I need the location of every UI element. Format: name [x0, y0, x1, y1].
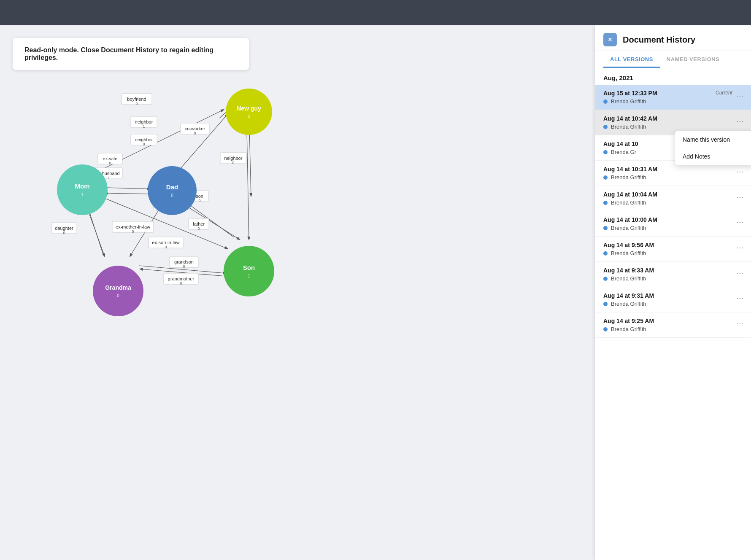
version-time: Aug 14 at 10:04 AM: [603, 191, 743, 198]
version-item[interactable]: Aug 14 at 9:25 AM Brenda Griffith ···: [595, 312, 751, 338]
svg-text:0: 0: [106, 176, 108, 180]
version-user: Brenda Griffith: [603, 275, 743, 282]
top-bar: [0, 0, 751, 25]
svg-text:0: 0: [63, 231, 65, 235]
more-button-8[interactable]: ···: [734, 292, 746, 304]
more-button-7[interactable]: ···: [734, 267, 746, 279]
more-button-1[interactable]: ···: [734, 115, 746, 127]
svg-text:0: 0: [117, 293, 119, 298]
context-menu-add-notes[interactable]: Add Notes: [675, 148, 751, 165]
version-item[interactable]: Aug 15 at 12:33 PM Brenda Griffith Curre…: [595, 85, 751, 110]
version-time: Aug 14 at 9:56 AM: [603, 242, 743, 248]
svg-text:0: 0: [232, 161, 234, 165]
version-item[interactable]: Aug 14 at 9:31 AM Brenda Griffith ···: [595, 287, 751, 312]
month-header: Aug, 2021: [595, 68, 751, 85]
svg-point-66: [148, 166, 197, 215]
user-dot: [603, 327, 608, 331]
user-dot: [603, 277, 608, 281]
version-item[interactable]: Aug 14 at 10:04 AM Brenda Griffith ···: [595, 186, 751, 211]
version-user: Brenda Griffith: [603, 98, 743, 105]
svg-text:0: 0: [109, 161, 111, 165]
tab-all-versions[interactable]: ALL VERSIONS: [603, 51, 660, 68]
history-panel: × Document History ALL VERSIONS NAMED VE…: [595, 25, 751, 560]
close-button[interactable]: ×: [603, 33, 617, 46]
version-item[interactable]: Aug 14 at 10:00 AM Brenda Griffith ···: [595, 211, 751, 237]
readonly-text: Read-only mode. Close Document History t…: [24, 46, 237, 62]
svg-point-60: [226, 89, 272, 135]
svg-text:Dad: Dad: [166, 183, 178, 191]
version-user: Brenda Griffith: [603, 199, 743, 206]
panel-title: Document History: [623, 35, 695, 45]
svg-text:neighbor: neighbor: [135, 119, 153, 124]
user-name: Brenda Griffith: [611, 174, 646, 180]
user-dot: [603, 251, 608, 256]
version-time: Aug 14 at 9:31 AM: [603, 292, 743, 299]
svg-text:1: 1: [81, 192, 84, 197]
more-button-4[interactable]: ···: [734, 191, 746, 203]
svg-text:boyfriend: boyfriend: [127, 97, 146, 102]
svg-text:1: 1: [143, 124, 145, 129]
user-dot: [603, 226, 608, 230]
user-name: Brenda Griffith: [611, 199, 646, 206]
version-user: Brenda Griffith: [603, 225, 743, 231]
version-user: Brenda Griffith: [603, 301, 743, 307]
svg-text:son: son: [196, 194, 203, 199]
versions-list: Aug, 2021 Aug 15 at 12:33 PM Brenda Grif…: [595, 68, 751, 560]
svg-text:0: 0: [183, 264, 185, 269]
user-name: Brenda Griffith: [611, 250, 646, 256]
version-user: Brenda Griffith: [603, 250, 743, 256]
svg-line-14: [247, 131, 249, 240]
svg-text:ex-son-in-law: ex-son-in-law: [152, 240, 179, 245]
user-name: Brenda Griffith: [611, 225, 646, 231]
user-dot: [603, 302, 608, 306]
user-dot: [603, 100, 608, 104]
svg-text:1: 1: [248, 274, 250, 278]
user-name: Brenda Gr: [611, 149, 636, 155]
version-user: Brenda Griffith: [603, 124, 743, 130]
version-time: Aug 14 at 9:25 AM: [603, 318, 743, 324]
svg-text:ex-mother-in-law: ex-mother-in-law: [116, 224, 150, 229]
version-user: Brenda Griffith: [603, 326, 743, 332]
svg-text:0: 0: [171, 193, 173, 198]
tab-named-versions[interactable]: NAMED VERSIONS: [660, 51, 726, 68]
version-time: Aug 14 at 10:31 AM: [603, 166, 743, 172]
svg-text:Mom: Mom: [75, 183, 90, 190]
svg-text:0: 0: [198, 199, 200, 203]
svg-text:grandson: grandson: [174, 259, 194, 264]
svg-text:New guy: New guy: [237, 105, 261, 112]
version-item[interactable]: Aug 14 at 9:33 AM Brenda Griffith ···: [595, 262, 751, 287]
version-time: Aug 14 at 9:33 AM: [603, 267, 743, 274]
svg-text:0: 0: [194, 131, 196, 135]
more-button-5[interactable]: ···: [734, 216, 746, 228]
svg-text:0: 0: [132, 229, 134, 234]
svg-text:daughter: daughter: [55, 226, 73, 231]
version-time: Aug 14 at 10:00 AM: [603, 216, 743, 223]
graph-container: boyfriend 0 neighbor 1 neighbor 0 co-wor…: [42, 76, 388, 405]
svg-text:neighbor: neighbor: [135, 137, 153, 142]
svg-point-69: [224, 246, 274, 296]
more-button-6[interactable]: ···: [734, 242, 746, 253]
svg-text:0: 0: [143, 142, 145, 146]
user-dot: [603, 125, 608, 129]
main-area: Read-only mode. Close Document History t…: [0, 25, 751, 560]
more-button-3[interactable]: ···: [734, 166, 746, 178]
svg-text:co-worker: co-worker: [185, 126, 205, 131]
svg-line-5: [105, 193, 150, 194]
version-item[interactable]: Aug 14 at 9:56 AM Brenda Griffith ···: [595, 237, 751, 262]
context-menu-name-version[interactable]: Name this version: [675, 131, 751, 148]
user-dot: [603, 150, 608, 154]
panel-header: × Document History: [595, 25, 751, 51]
version-user: Brenda Griffith: [603, 174, 743, 180]
svg-text:neighbor: neighbor: [224, 156, 243, 161]
user-name: Brenda Griffith: [611, 326, 646, 332]
tabs-bar: ALL VERSIONS NAMED VERSIONS: [595, 51, 751, 68]
version-item[interactable]: Aug 14 at 10:42 AM Brenda Griffith ··· N…: [595, 110, 751, 135]
current-badge: Current: [716, 90, 732, 96]
svg-text:Son: Son: [243, 264, 255, 271]
user-name: Brenda Griffith: [611, 124, 646, 130]
more-button-0[interactable]: ···: [734, 90, 746, 102]
graph-svg: boyfriend 0 neighbor 1 neighbor 0 co-wor…: [42, 76, 388, 405]
user-name: Brenda Griffith: [611, 275, 646, 282]
more-button-9[interactable]: ···: [734, 318, 746, 329]
svg-text:ex-wife: ex-wife: [103, 156, 118, 161]
